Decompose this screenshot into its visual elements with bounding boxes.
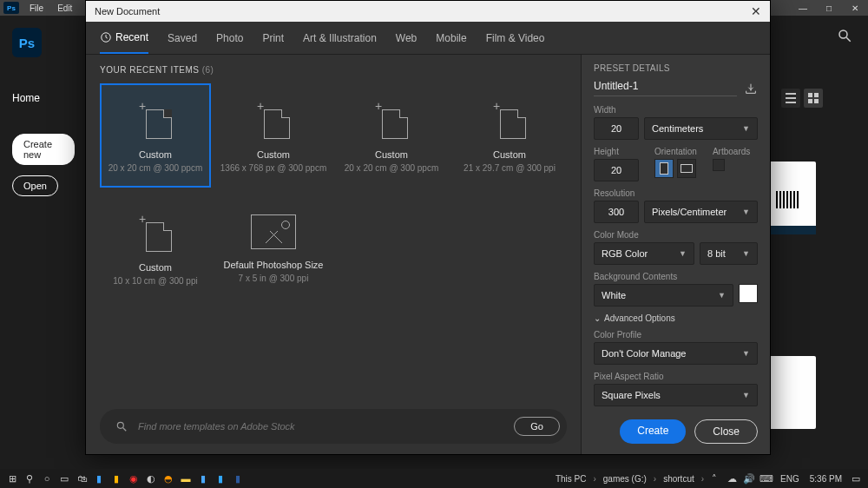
tab-photo[interactable]: Photo (216, 23, 243, 53)
artboards-label: Artboards (713, 147, 750, 156)
ps-badge-icon: Ps (3, 2, 19, 14)
tray-up-icon[interactable]: ˄ (706, 471, 723, 486)
document-name-input[interactable]: Untitled-1 (594, 80, 737, 96)
tab-recent[interactable]: Recent (100, 23, 148, 54)
document-icon: + (135, 212, 175, 252)
window-maximize[interactable]: □ (816, 3, 842, 13)
svg-line-8 (123, 428, 127, 432)
document-icon: + (372, 99, 411, 139)
clock-icon (100, 31, 112, 43)
stock-search-input[interactable] (138, 421, 503, 432)
resolution-unit-select[interactable]: Pixels/Centimeter▼ (644, 201, 758, 223)
go-button[interactable]: Go (514, 417, 560, 436)
svg-rect-5 (814, 99, 819, 103)
bg-label: Background Contents (594, 272, 758, 281)
create-new-button[interactable]: Create new (12, 134, 75, 165)
document-icon: + (135, 99, 175, 139)
orientation-portrait[interactable] (654, 159, 674, 178)
window-close[interactable]: ✕ (842, 3, 868, 13)
home-label[interactable]: Home (12, 92, 75, 104)
presets-grid: +Custom20 x 20 cm @ 300 ppcm+Custom1366 … (100, 83, 567, 300)
preset-item[interactable]: +Custom21 x 29.7 cm @ 300 ppi (454, 83, 565, 188)
bit-depth-select[interactable]: 8 bit▼ (700, 242, 758, 265)
menu-file[interactable]: File (23, 3, 50, 13)
task-view-icon[interactable]: ▭ (56, 471, 73, 486)
bg-select[interactable]: White▼ (594, 284, 733, 307)
resolution-input[interactable]: 300 (594, 201, 639, 223)
tab-print[interactable]: Print (262, 23, 284, 53)
color-mode-label: Color Mode (594, 230, 758, 240)
menu-edit[interactable]: Edit (50, 3, 79, 13)
preset-name: Default Photoshop Size (224, 260, 324, 270)
tab-mobile[interactable]: Mobile (436, 23, 466, 53)
preset-dims: 7 x 5 in @ 300 ppi (239, 274, 309, 283)
app-icon[interactable]: ▮ (108, 471, 125, 486)
window-minimize[interactable]: — (790, 3, 816, 13)
save-preset-icon[interactable] (744, 82, 758, 96)
start-button[interactable]: ⊞ (3, 471, 21, 486)
height-input[interactable]: 20 (594, 159, 639, 181)
resolution-label: Resolution (594, 188, 758, 198)
chrome-icon[interactable]: ◐ (142, 471, 160, 486)
width-unit-select[interactable]: Centimeters▼ (644, 117, 758, 140)
list-icon (786, 93, 796, 103)
clock[interactable]: 5:36 PM (805, 474, 847, 484)
orientation-landscape[interactable] (677, 159, 696, 178)
tab-film[interactable]: Film & Video (486, 23, 545, 53)
breadcrumb-item[interactable]: games (G:) (598, 474, 652, 484)
word-icon[interactable]: ▮ (229, 471, 247, 486)
onedrive-icon[interactable]: ☁ (723, 471, 740, 486)
details-header: PRESET DETAILS (594, 63, 758, 73)
bg-swatch[interactable] (739, 284, 758, 303)
explorer-icon[interactable]: ▮ (90, 471, 108, 486)
color-mode-select[interactable]: RGB Color▼ (594, 242, 694, 265)
create-button[interactable]: Create (620, 419, 686, 444)
document-icon: + (490, 99, 529, 139)
preset-item[interactable]: +Custom1366 x 768 px @ 300 ppcm (218, 83, 329, 188)
stock-search-bar: Go (100, 409, 567, 444)
breadcrumb-item[interactable]: shortcut (658, 474, 700, 484)
view-list-button[interactable] (781, 89, 800, 108)
landscape-icon (681, 164, 693, 173)
tab-web[interactable]: Web (396, 23, 417, 53)
height-label: Height (594, 147, 639, 156)
svg-rect-2 (808, 93, 812, 97)
orientation-toggle (654, 159, 697, 178)
keyboard-icon[interactable]: ⌨ (758, 471, 775, 486)
folder-icon[interactable]: ▬ (177, 471, 194, 486)
advanced-options-toggle[interactable]: ⌄ Advanced Options (594, 313, 758, 323)
home-search[interactable] (837, 28, 852, 43)
cortana-icon[interactable]: ○ (38, 471, 56, 486)
view-toggle (781, 89, 823, 108)
notifications-icon[interactable]: ▭ (847, 471, 865, 486)
width-input[interactable]: 20 (594, 117, 639, 140)
artboards-checkbox[interactable] (713, 159, 725, 171)
app-icon[interactable]: ▮ (194, 471, 212, 486)
open-button[interactable]: Open (12, 175, 58, 196)
par-select[interactable]: Square Pixels▼ (594, 384, 758, 406)
preset-item[interactable]: +Custom20 x 20 cm @ 300 ppcm (100, 83, 211, 188)
dialog-close-button[interactable]: ✕ (751, 4, 761, 18)
breadcrumb-item[interactable]: This PC (550, 474, 592, 484)
store-icon[interactable]: 🛍 (73, 471, 90, 486)
language-indicator[interactable]: ENG (775, 474, 805, 484)
view-grid-button[interactable] (804, 89, 823, 108)
tab-art[interactable]: Art & Illustration (303, 23, 377, 53)
photoshop-icon[interactable]: ▮ (212, 471, 229, 486)
color-profile-label: Color Profile (594, 330, 758, 340)
preset-item[interactable]: +Custom20 x 20 cm @ 300 ppcm (336, 83, 447, 188)
firefox-icon[interactable]: ◓ (160, 471, 177, 486)
search-icon (837, 28, 852, 43)
volume-icon[interactable]: 🔊 (740, 471, 758, 486)
taskbar-search[interactable]: ⚲ (21, 471, 38, 486)
svg-point-7 (117, 422, 123, 428)
preset-item[interactable]: Default Photoshop Size7 x 5 in @ 300 ppi (218, 196, 329, 300)
preset-details-pane: PRESET DETAILS Untitled-1 Width 20 Centi… (581, 55, 770, 454)
preset-item[interactable]: +Custom10 x 10 cm @ 300 ppi (100, 196, 211, 300)
tab-saved[interactable]: Saved (168, 23, 197, 53)
color-profile-select[interactable]: Don't Color Manage▼ (594, 342, 758, 365)
document-icon: + (253, 99, 293, 139)
app-icon[interactable]: ◉ (125, 471, 142, 486)
new-document-dialog: New Document ✕ Recent Saved Photo Print … (85, 0, 771, 455)
close-button[interactable]: Close (694, 419, 758, 444)
